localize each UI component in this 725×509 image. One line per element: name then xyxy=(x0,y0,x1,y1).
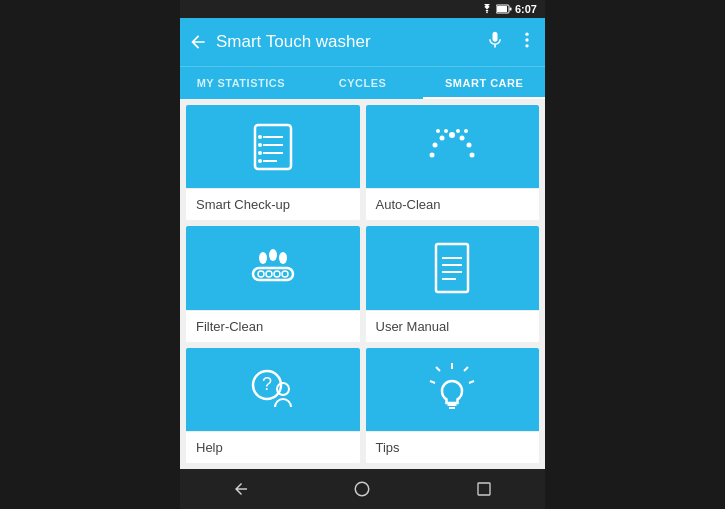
nav-home-button[interactable] xyxy=(342,469,382,509)
filter-icon xyxy=(241,236,305,300)
svg-line-42 xyxy=(436,367,440,371)
svg-point-31 xyxy=(258,271,264,277)
battery-icon xyxy=(496,4,512,14)
dots-icon xyxy=(420,115,484,179)
svg-point-26 xyxy=(464,129,468,133)
card-icon-smart-checkup xyxy=(186,105,360,188)
nav-recents-button[interactable] xyxy=(464,469,504,509)
tab-cycles[interactable]: CYCLES xyxy=(302,67,424,99)
status-bar: 6:07 xyxy=(180,0,545,18)
mic-icon xyxy=(485,30,505,50)
nav-back-icon xyxy=(232,480,250,498)
svg-point-16 xyxy=(449,132,455,138)
card-user-manual[interactable]: User Manual xyxy=(366,226,540,341)
back-button[interactable] xyxy=(188,32,208,52)
card-auto-clean[interactable]: Auto-Clean xyxy=(366,105,540,220)
tab-smart-care[interactable]: SMART CARE xyxy=(423,67,545,99)
card-label-user-manual: User Manual xyxy=(366,310,540,342)
svg-point-12 xyxy=(258,135,262,139)
mic-button[interactable] xyxy=(485,30,505,55)
status-icons: 6:07 xyxy=(481,3,537,15)
card-label-auto-clean: Auto-Clean xyxy=(366,188,540,220)
svg-point-46 xyxy=(356,482,370,496)
app-title: Smart Touch washer xyxy=(216,32,485,52)
card-tips[interactable]: Tips xyxy=(366,348,540,463)
svg-point-28 xyxy=(269,249,277,261)
svg-rect-30 xyxy=(253,268,293,280)
svg-point-4 xyxy=(525,32,528,35)
svg-line-40 xyxy=(464,367,468,371)
svg-rect-2 xyxy=(509,8,511,11)
svg-line-43 xyxy=(430,381,435,383)
nav-bar xyxy=(180,469,545,509)
svg-point-33 xyxy=(274,271,280,277)
svg-point-23 xyxy=(444,129,448,133)
svg-point-25 xyxy=(436,129,440,133)
svg-line-41 xyxy=(469,381,474,383)
phone-container: 6:07 Smart Touch washer MY STATISTICS xyxy=(180,0,545,509)
more-icon xyxy=(517,30,537,50)
card-icon-filter-clean xyxy=(186,226,360,309)
status-time: 6:07 xyxy=(515,3,537,15)
card-icon-user-manual xyxy=(366,226,540,309)
card-icon-tips xyxy=(366,348,540,431)
svg-point-14 xyxy=(258,151,262,155)
svg-point-20 xyxy=(460,135,465,140)
svg-point-5 xyxy=(525,38,528,41)
card-filter-clean[interactable]: Filter-Clean xyxy=(186,226,360,341)
help-icon: ? xyxy=(241,357,305,421)
svg-point-27 xyxy=(259,252,267,264)
svg-point-0 xyxy=(486,12,488,14)
svg-point-29 xyxy=(279,252,287,264)
tabs-bar: MY STATISTICS CYCLES SMART CARE xyxy=(180,66,545,99)
svg-point-22 xyxy=(470,152,475,157)
card-icon-auto-clean xyxy=(366,105,540,188)
card-label-filter-clean: Filter-Clean xyxy=(186,310,360,342)
tab-my-statistics[interactable]: MY STATISTICS xyxy=(180,67,302,99)
svg-point-15 xyxy=(258,159,262,163)
svg-text:?: ? xyxy=(262,374,272,394)
svg-point-24 xyxy=(456,129,460,133)
document-icon xyxy=(420,236,484,300)
card-help[interactable]: ? Help xyxy=(186,348,360,463)
svg-point-32 xyxy=(266,271,272,277)
nav-recents-icon xyxy=(476,481,492,497)
svg-rect-47 xyxy=(478,483,490,495)
svg-point-21 xyxy=(467,142,472,147)
card-label-smart-checkup: Smart Check-up xyxy=(186,188,360,220)
content-grid: Smart Check-up xyxy=(180,99,545,469)
card-label-help: Help xyxy=(186,431,360,463)
wifi-icon xyxy=(481,4,493,14)
svg-point-6 xyxy=(525,44,528,47)
more-button[interactable] xyxy=(517,30,537,55)
app-bar: Smart Touch washer xyxy=(180,18,545,66)
svg-rect-3 xyxy=(497,6,507,12)
nav-home-icon xyxy=(353,480,371,498)
svg-point-38 xyxy=(277,383,289,395)
svg-point-13 xyxy=(258,143,262,147)
svg-point-17 xyxy=(440,135,445,140)
checklist-icon xyxy=(241,115,305,179)
card-label-tips: Tips xyxy=(366,431,540,463)
svg-point-34 xyxy=(282,271,288,277)
card-smart-checkup[interactable]: Smart Check-up xyxy=(186,105,360,220)
svg-point-19 xyxy=(430,152,435,157)
svg-point-18 xyxy=(433,142,438,147)
card-icon-help: ? xyxy=(186,348,360,431)
app-bar-actions xyxy=(485,30,537,55)
svg-rect-35 xyxy=(436,244,468,292)
bulb-icon xyxy=(420,357,484,421)
back-icon xyxy=(188,32,208,52)
nav-back-button[interactable] xyxy=(221,469,261,509)
